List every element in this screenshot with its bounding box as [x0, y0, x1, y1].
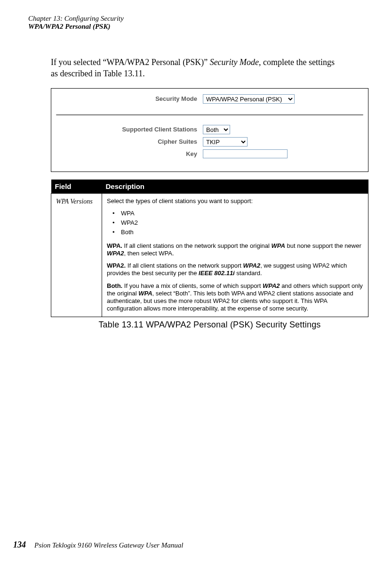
- divider: [56, 114, 363, 115]
- bullet-list: WPA WPA2 Both: [112, 210, 363, 237]
- list-item: WPA: [112, 210, 363, 217]
- cipher-suites-select[interactable]: TKIP: [203, 137, 248, 147]
- table-row: WPA Versions Select the types of client …: [51, 193, 368, 317]
- table-caption: Table 13.11 WPA/WPA2 Personal (PSK) Secu…: [51, 320, 368, 330]
- intro-text-3: as described in Table 13.11.: [51, 69, 145, 78]
- intro-paragraph: If you selected “WPA/WPA2 Personal (PSK)…: [51, 57, 368, 80]
- intro-text-1: If you selected “WPA/WPA2 Personal (PSK)…: [51, 57, 210, 67]
- wpa-t2: but none support the newer: [285, 242, 361, 249]
- key-label: Key: [62, 150, 203, 157]
- intro-text-2: , complete the settings: [259, 57, 335, 67]
- supported-clients-label: Supported Client Stations: [62, 126, 203, 133]
- desc-wpa2: WPA2. If all client stations on the netw…: [107, 262, 363, 278]
- supported-clients-select[interactable]: Both: [203, 125, 230, 134]
- desc-wpa: WPA. If all client stations on the netwo…: [107, 242, 363, 258]
- security-mode-select[interactable]: WPA/WPA2 Personal (PSK): [203, 94, 295, 104]
- table-header-description: Description: [102, 180, 368, 194]
- desc-both: Both. If you have a mix of clients, some…: [107, 282, 363, 313]
- wpa-bi2: WPA2: [107, 250, 124, 257]
- cipher-suites-label: Cipher Suites: [62, 138, 203, 145]
- chapter-header: Chapter 13: Configuring Security: [28, 14, 368, 23]
- wpa2-t3: standard.: [235, 270, 262, 277]
- page-footer: 134 Psion Teklogix 9160 Wireless Gateway…: [13, 540, 183, 550]
- table-header-field: Field: [51, 180, 102, 194]
- field-cell: WPA Versions: [51, 193, 102, 317]
- desc-intro: Select the types of client stations you …: [107, 197, 363, 205]
- wpa2-bi1: WPA2: [243, 262, 261, 269]
- security-mode-label: Security Mode: [62, 95, 203, 102]
- wpa2-bi2: IEEE 802.11i: [199, 270, 235, 277]
- both-bi2: WPA: [138, 290, 152, 297]
- wpa-t3: , then select WPA.: [124, 250, 174, 257]
- wpa2-label: WPA2.: [107, 262, 126, 269]
- both-label: Both.: [107, 282, 122, 289]
- page-number: 134: [13, 540, 26, 550]
- wpa-bi1: WPA: [272, 242, 285, 249]
- footer-text: Psion Teklogix 9160 Wireless Gateway Use…: [34, 541, 183, 549]
- key-input[interactable]: [203, 149, 288, 158]
- section-header: WPA/WPA2 Personal (PSK): [28, 23, 368, 31]
- list-item: WPA2: [112, 219, 363, 227]
- description-cell: Select the types of client stations you …: [102, 193, 368, 317]
- list-item: Both: [112, 229, 363, 236]
- both-bi1: WPA2: [263, 282, 280, 289]
- wpa-t1: If all client stations on the network su…: [122, 242, 272, 249]
- intro-italic: Security Mode: [210, 57, 259, 67]
- wpa2-t1: If all client stations on the network su…: [126, 262, 243, 269]
- wpa-label: WPA.: [107, 242, 122, 249]
- settings-table: Field Description WPA Versions Select th…: [51, 180, 368, 317]
- both-t1: If you have a mix of clients, some of wh…: [122, 282, 263, 289]
- settings-screenshot: Security Mode WPA/WPA2 Personal (PSK) Su…: [51, 88, 368, 172]
